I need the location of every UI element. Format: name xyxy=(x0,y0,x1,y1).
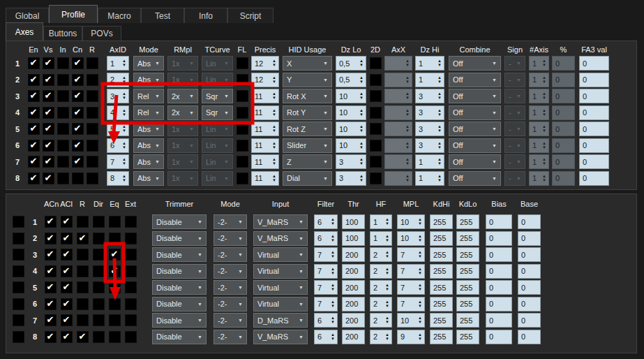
filters-r5-dir-checkbox[interactable] xyxy=(93,281,105,293)
axes-r7-fl-checkbox[interactable] xyxy=(237,156,248,168)
filters-r4-input-dropdown[interactable]: Virtual▼ xyxy=(253,264,308,279)
tab-info[interactable]: Info xyxy=(184,8,227,23)
spinner-down-icon[interactable]: ▼ xyxy=(331,222,335,226)
filters-r3-kdhi-field[interactable]: 255 xyxy=(430,247,453,262)
axes-r3-in-checkbox[interactable] xyxy=(57,90,69,102)
spinner-down-icon[interactable]: ▼ xyxy=(385,239,389,242)
spinner-down-icon[interactable]: ▼ xyxy=(359,64,364,67)
filters-r6-trimmer-dropdown[interactable]: Disable▼ xyxy=(152,297,207,312)
filters-r7-sel-checkbox[interactable] xyxy=(13,314,24,326)
filters-r2-sel-checkbox[interactable] xyxy=(13,233,24,244)
spinner-down-icon[interactable]: ▼ xyxy=(437,113,442,117)
axes-r5-axid-spinner[interactable]: 5▲▼ xyxy=(107,122,129,136)
subtab-axes[interactable]: Axes xyxy=(6,22,43,41)
axes-r1-sign-dropdown[interactable]: -▼ xyxy=(504,56,525,71)
filters-r1-mode-dropdown[interactable]: -2-▼ xyxy=(214,214,247,229)
filters-r7-base-field[interactable]: 0 xyxy=(518,313,541,328)
spinner-up-icon[interactable]: ▲ xyxy=(418,333,422,337)
axes-r2-rmpl-dropdown[interactable]: 1x▼ xyxy=(167,73,198,87)
spinner-up-icon[interactable]: ▲ xyxy=(331,268,335,271)
filters-r3-acn-checkbox[interactable]: ✔ xyxy=(45,249,57,261)
axes-r6-pct-field[interactable]: 0 xyxy=(552,138,575,153)
spinner-down-icon[interactable]: ▼ xyxy=(437,129,442,133)
spinner-up-icon[interactable]: ▲ xyxy=(385,300,389,304)
spinner-down-icon[interactable]: ▼ xyxy=(385,272,389,275)
spinner-down-icon[interactable]: ▼ xyxy=(272,129,276,133)
filters-r3-mpl-spinner[interactable]: 7▲▼ xyxy=(397,247,425,262)
axes-r3-dzhi-spinner[interactable]: 3▲▼ xyxy=(415,89,444,103)
axes-r8-hid-dropdown[interactable]: Dial▼ xyxy=(283,171,332,186)
spinner-down-icon[interactable]: ▼ xyxy=(272,64,276,67)
axes-r5-vs-checkbox[interactable]: ✔ xyxy=(43,123,54,135)
spinner-up-icon[interactable]: ▲ xyxy=(359,175,364,178)
axes-r6-vs-checkbox[interactable]: ✔ xyxy=(43,140,54,152)
axes-r8-rmpl-dropdown[interactable]: 1x▼ xyxy=(167,171,198,186)
axes-r1-cn-checkbox[interactable]: ✔ xyxy=(72,57,84,69)
axes-r4-axx-spinner[interactable]: ▲▼ xyxy=(384,105,412,120)
filters-r7-hf-spinner[interactable]: 2▲▼ xyxy=(370,313,392,328)
axes-r7-pct-field[interactable]: 0 xyxy=(552,154,575,169)
axes-r1-axx-spinner[interactable]: ▲▼ xyxy=(384,56,412,71)
filters-r4-sel-checkbox[interactable] xyxy=(13,265,24,277)
filters-r8-mpl-spinner[interactable]: 9▲▼ xyxy=(397,330,425,344)
spinner-down-icon[interactable]: ▼ xyxy=(418,288,422,291)
spinner-down-icon[interactable]: ▼ xyxy=(359,80,364,84)
axes-r5-fl-checkbox[interactable] xyxy=(237,123,248,135)
spinner-down-icon[interactable]: ▼ xyxy=(405,146,410,149)
spinner-down-icon[interactable]: ▼ xyxy=(122,64,126,67)
filters-r4-thr-field[interactable]: 200 xyxy=(342,264,365,279)
axes-r8-combine-dropdown[interactable]: Off▼ xyxy=(449,171,501,186)
filters-r2-trimmer-dropdown[interactable]: Disable▼ xyxy=(152,231,207,246)
spinner-down-icon[interactable]: ▼ xyxy=(385,222,389,226)
axes-r4-fl-checkbox[interactable] xyxy=(237,107,248,119)
spinner-down-icon[interactable]: ▼ xyxy=(272,96,276,100)
axes-r8-d2-checkbox[interactable] xyxy=(370,173,382,184)
axes-r8-mode-dropdown[interactable]: Abs▼ xyxy=(133,171,164,186)
spinner-up-icon[interactable]: ▲ xyxy=(542,76,546,80)
filters-r1-r-checkbox[interactable] xyxy=(77,216,89,228)
axes-r5-d2-checkbox[interactable] xyxy=(370,123,382,135)
axes-r6-cn-checkbox[interactable]: ✔ xyxy=(72,140,84,152)
filters-r6-mpl-spinner[interactable]: 7▲▼ xyxy=(397,297,425,312)
filters-r1-filter-spinner[interactable]: 6▲▼ xyxy=(314,214,338,229)
axes-r4-vs-checkbox[interactable]: ✔ xyxy=(43,107,54,119)
filters-r5-acl-checkbox[interactable]: ✔ xyxy=(61,281,73,293)
axes-r5-sign-dropdown[interactable]: -▼ xyxy=(504,122,525,136)
axes-r3-cn-checkbox[interactable]: ✔ xyxy=(72,90,84,102)
axes-r7-axid-spinner[interactable]: 7▲▼ xyxy=(107,154,129,169)
axes-r3-tcurve-dropdown[interactable]: Sqr▼ xyxy=(202,89,233,103)
axes-r8-pct-field[interactable]: 0 xyxy=(552,171,575,186)
filters-r5-ext-checkbox[interactable] xyxy=(125,281,137,293)
axes-r5-axx-spinner[interactable]: ▲▼ xyxy=(384,122,412,136)
axes-r7-dzhi-spinner[interactable]: 1▲▼ xyxy=(415,154,444,169)
spinner-up-icon[interactable]: ▲ xyxy=(418,235,422,238)
filters-r7-input-dropdown[interactable]: D_MaRS▼ xyxy=(253,313,308,328)
subtab-buttons[interactable]: Buttons xyxy=(43,26,82,41)
filters-r4-trimmer-dropdown[interactable]: Disable▼ xyxy=(152,264,207,279)
spinner-down-icon[interactable]: ▼ xyxy=(272,179,276,182)
spinner-up-icon[interactable]: ▲ xyxy=(385,268,389,271)
filters-r7-ext-checkbox[interactable] xyxy=(125,314,137,326)
tab-macro[interactable]: Macro xyxy=(98,8,141,23)
axes-r7-hid-dropdown[interactable]: Z▼ xyxy=(283,154,332,169)
spinner-down-icon[interactable]: ▼ xyxy=(359,129,364,133)
axes-r1-pct-field[interactable]: 0 xyxy=(552,56,575,71)
filters-r6-acn-checkbox[interactable]: ✔ xyxy=(45,298,57,310)
filters-r1-input-dropdown[interactable]: V_MaRS▼ xyxy=(253,214,308,229)
filters-r7-acn-checkbox[interactable]: ✔ xyxy=(45,314,57,326)
filters-r3-input-dropdown[interactable]: Virtual▼ xyxy=(253,247,308,262)
axes-r2-cn-checkbox[interactable]: ✔ xyxy=(72,74,84,86)
spinner-up-icon[interactable]: ▲ xyxy=(122,76,126,80)
spinner-down-icon[interactable]: ▼ xyxy=(437,162,442,166)
axes-r1-mode-dropdown[interactable]: Abs▼ xyxy=(133,56,164,71)
axes-r2-axx-spinner[interactable]: ▲▼ xyxy=(384,73,412,87)
spinner-down-icon[interactable]: ▼ xyxy=(418,239,422,242)
axes-r6-dzhi-spinner[interactable]: 3▲▼ xyxy=(415,138,444,153)
spinner-down-icon[interactable]: ▼ xyxy=(359,113,364,117)
spinner-down-icon[interactable]: ▼ xyxy=(405,129,410,133)
axes-r6-sign-dropdown[interactable]: -▼ xyxy=(504,138,525,153)
axes-r7-sign-dropdown[interactable]: -▼ xyxy=(504,154,525,169)
filters-r4-base-field[interactable]: 0 xyxy=(518,264,541,279)
axes-r4-precis-spinner[interactable]: 11▲▼ xyxy=(251,105,279,120)
filters-r5-r-checkbox[interactable] xyxy=(77,281,89,293)
